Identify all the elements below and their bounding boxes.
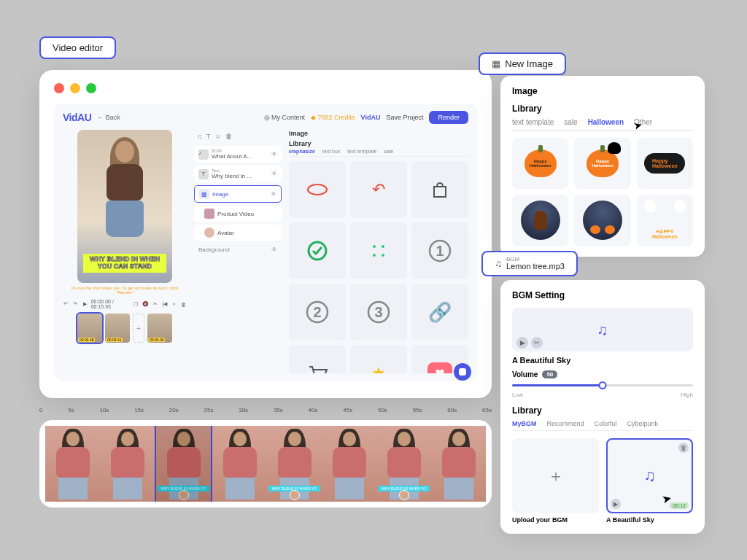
visibility-icon[interactable]: 👁 — [271, 171, 277, 177]
bgm-label: ♫ BGM Lemon tree.mp3 — [481, 251, 578, 276]
undo-icon[interactable]: ↶ — [63, 300, 69, 308]
volume-slider[interactable] — [512, 380, 693, 390]
image-icon: ▦ — [199, 189, 209, 199]
mute-icon[interactable]: 🔇 — [142, 300, 149, 308]
text-tool-icon[interactable]: T — [206, 133, 211, 140]
panel-subtitle: Library — [512, 104, 693, 114]
layer-product-video[interactable]: Product Video — [194, 206, 282, 222]
music-icon: ♫ — [495, 258, 502, 269]
music-tool-icon[interactable]: ♫ — [197, 133, 202, 140]
app-shell: VidAU ← Back ◎ My Content ◆ 7882 Credits… — [54, 104, 477, 381]
timeline-frame[interactable] — [431, 426, 486, 502]
timeline-frame[interactable] — [322, 426, 376, 502]
halloween-sticker-5[interactable] — [574, 195, 630, 246]
svg-point-4 — [382, 245, 384, 248]
tab-cyberpunk[interactable]: Cybelpunk — [627, 420, 659, 427]
sticker-number-3[interactable]: 3 — [350, 284, 407, 341]
sticker-star[interactable]: ★ — [350, 345, 407, 373]
tab-emphasize[interactable]: emphasize — [289, 149, 315, 154]
visibility-icon[interactable]: 👁 — [271, 246, 277, 253]
save-project-button[interactable]: Save Project — [386, 114, 423, 121]
tab-halloween[interactable]: Halloween — [588, 118, 624, 126]
play-icon[interactable]: ▶ — [82, 300, 88, 308]
tab-sale[interactable]: sale — [384, 149, 393, 154]
timeline-frame[interactable]: WHY BLEND IN WHEN YO — [267, 426, 322, 502]
chat-fab[interactable] — [454, 363, 471, 381]
prev-icon[interactable]: |◀ — [161, 300, 168, 308]
brand-badge: VidAU — [361, 114, 381, 121]
layer-avatar[interactable]: Avatar — [194, 225, 282, 241]
tab-text-template[interactable]: text template — [347, 149, 376, 154]
render-button[interactable]: Render — [429, 111, 468, 124]
clip-1[interactable]: 00:02.48 — [77, 314, 102, 343]
back-button[interactable]: ← Back — [97, 114, 120, 121]
maximize-icon[interactable] — [86, 83, 96, 93]
editor-window: VidAU ← Back ◎ My Content ◆ 7882 Credits… — [39, 70, 492, 398]
layer-background[interactable]: Background 👁 — [194, 244, 282, 256]
clip-3[interactable]: 00:04.04 — [147, 314, 172, 343]
layer-bgm[interactable]: ♪ BGMWhat About A... 👁 — [194, 146, 282, 163]
timeline-strip[interactable]: WHY BLEND IN WHEN YO WHY BLEND IN WHEN Y… — [39, 420, 492, 508]
sticker-number-2[interactable]: 2 — [289, 284, 346, 341]
tab-mybgm[interactable]: MyBGM — [512, 420, 537, 427]
sticker-link[interactable]: 🔗 — [411, 284, 468, 341]
trash-tool-icon[interactable]: 🗑 — [225, 133, 232, 140]
timeline-frame[interactable] — [45, 426, 100, 502]
sticker-tool-icon[interactable]: ☺ — [214, 133, 221, 140]
add-icon[interactable]: ＋ — [171, 300, 177, 308]
svg-text:2: 2 — [313, 304, 321, 320]
timeline-ruler: 05s10s15s20s25s30s35s40s45s50s55s60s65s — [39, 407, 492, 413]
redo-icon[interactable]: ↷ — [72, 300, 79, 308]
sticker-number-1[interactable]: 1 — [411, 222, 468, 279]
tab-textbox[interactable]: text box — [322, 149, 341, 154]
halloween-sticker-6[interactable]: HAPPYHalloween — [637, 195, 693, 246]
layer-image[interactable]: ▦ Image 👁 — [194, 185, 282, 203]
halloween-sticker-3[interactable]: HappyHalloween — [637, 138, 693, 189]
timeline-frame[interactable] — [100, 426, 155, 502]
timeline-frame-selected[interactable]: WHY BLEND IN WHEN YO — [155, 426, 212, 502]
halloween-sticker-2[interactable]: HappyHalloween — [574, 138, 630, 189]
clip-add-button[interactable]: + — [133, 314, 144, 343]
tab-colorful[interactable]: Colorful — [595, 420, 617, 427]
upload-bgm-button[interactable]: ＋ — [512, 438, 599, 513]
image-icon: ▦ — [492, 58, 500, 69]
tab-recommend[interactable]: Recommend — [547, 420, 584, 427]
bgm-preview[interactable]: ♫ ▶ ✂ — [512, 308, 693, 351]
bgm-track-label: A Beautiful Sky — [606, 516, 693, 524]
clip-2[interactable]: 00:09.41 — [105, 314, 130, 343]
video-preview[interactable]: WHY BLEND IN WHEN YOU CAN STAND — [77, 130, 172, 283]
volume-label: Volume — [512, 370, 538, 378]
bgm-tabs: MyBGM Recommend Colorful Cybelpunk — [512, 420, 693, 431]
credits-badge[interactable]: ◆ 7882 Credits — [311, 114, 355, 121]
split-icon[interactable]: ✂ — [152, 300, 158, 308]
my-content-link[interactable]: ◎ My Content — [264, 114, 306, 121]
image-category-tabs: text template sale Halloween Other ➤ — [512, 118, 693, 131]
sticker-dots[interactable] — [350, 222, 407, 279]
minimize-icon[interactable] — [70, 83, 80, 93]
tab-sale[interactable]: sale — [564, 118, 577, 126]
sticker-cart[interactable] — [289, 345, 346, 373]
sticker-bag[interactable] — [411, 161, 468, 218]
tab-text-template[interactable]: text template — [512, 118, 554, 126]
trash-icon[interactable]: 🗑 — [180, 300, 187, 308]
cut-icon[interactable]: ✂ — [531, 337, 543, 349]
sticker-checkmark[interactable] — [289, 222, 346, 279]
volume-value: 50 — [542, 370, 557, 378]
halloween-sticker-1[interactable]: HappyHalloween — [512, 138, 568, 189]
delete-icon[interactable]: 🗑 — [678, 443, 689, 453]
close-icon[interactable] — [54, 83, 64, 93]
visibility-icon[interactable]: 👁 — [271, 191, 276, 198]
bgm-track-item[interactable]: ♫ ▶ 00:12 🗑 ➤ — [606, 438, 693, 513]
timeline-frame[interactable] — [212, 426, 267, 502]
preview-column: WHY BLEND IN WHEN YOU CAN STAND It's not… — [63, 130, 187, 373]
visibility-icon[interactable]: 👁 — [271, 151, 277, 158]
sticker-arrow-curved[interactable]: ↶ — [350, 161, 407, 218]
track-name: A Beautiful Sky — [512, 356, 693, 365]
crop-icon[interactable]: ▢ — [133, 300, 139, 308]
layer-text[interactable]: T TextWhy blend in ... 👁 — [194, 166, 282, 182]
play-icon[interactable]: ▶ — [516, 337, 528, 349]
halloween-sticker-4[interactable] — [512, 195, 568, 246]
sticker-circle-scribble[interactable] — [289, 161, 346, 218]
play-icon[interactable]: ▶ — [611, 499, 621, 509]
timeline-frame[interactable]: WHY BLEND IN WHEN YO — [376, 426, 431, 502]
